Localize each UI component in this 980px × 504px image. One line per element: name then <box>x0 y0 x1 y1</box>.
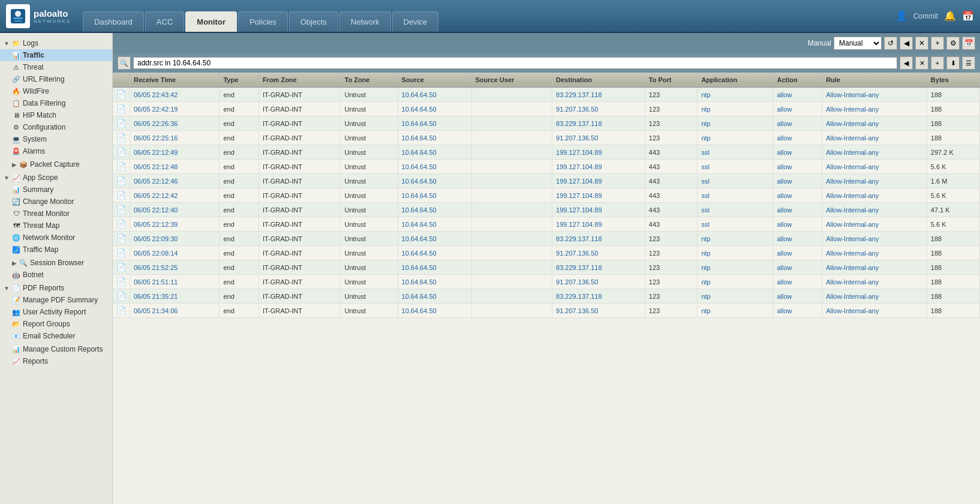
sidebar-item-alarms[interactable]: 🚨 Alarms <box>0 145 112 157</box>
filter-add-btn[interactable]: + <box>931 37 944 50</box>
table-row[interactable]: 📄 06/05 22:12:39 end IT-GRAD-INT Untrust… <box>113 217 980 232</box>
cell-rule[interactable]: Allow-Internal-any <box>822 160 927 174</box>
cell-destination[interactable]: 83.229.137.118 <box>552 260 645 275</box>
table-row[interactable]: 📄 06/05 21:51:11 end IT-GRAD-INT Untrust… <box>113 275 980 289</box>
row-detail-icon[interactable]: 📄 <box>113 188 130 203</box>
cell-rule[interactable]: Allow-Internal-any <box>822 304 927 318</box>
table-row[interactable]: 📄 06/05 22:25:16 end IT-GRAD-INT Untrust… <box>113 131 980 145</box>
cell-source[interactable]: 10.64.64.50 <box>398 289 471 304</box>
sidebar-group-appscope[interactable]: ▼ 📈 App Scope <box>0 172 112 184</box>
row-detail-icon[interactable]: 📄 <box>113 203 130 217</box>
filter-mode-select[interactable]: Manual Auto <box>834 37 882 50</box>
cell-application[interactable]: ssl <box>698 174 773 188</box>
row-detail-icon[interactable]: 📄 <box>113 275 130 289</box>
cell-destination[interactable]: 199.127.104.89 <box>552 217 645 232</box>
row-detail-icon[interactable]: 📄 <box>113 304 130 318</box>
cell-source[interactable]: 10.64.64.50 <box>398 304 471 318</box>
filter-settings-btn[interactable]: ⚙ <box>946 37 960 50</box>
cell-receive-time[interactable]: 06/05 22:12:42 <box>130 188 220 203</box>
cell-rule[interactable]: Allow-Internal-any <box>822 174 927 188</box>
cell-source[interactable]: 10.64.64.50 <box>398 232 471 246</box>
cell-source[interactable]: 10.64.64.50 <box>398 260 471 275</box>
sidebar-item-configuration[interactable]: ⚙ Configuration <box>0 121 112 133</box>
filter-calendar-btn[interactable]: 📅 <box>962 37 975 50</box>
cell-rule[interactable]: Allow-Internal-any <box>822 232 927 246</box>
cell-destination[interactable]: 83.229.137.118 <box>552 289 645 304</box>
col-to-zone[interactable]: To Zone <box>341 73 398 87</box>
table-row[interactable]: 📄 06/05 22:42:19 end IT-GRAD-INT Untrust… <box>113 102 980 116</box>
cell-receive-time[interactable]: 06/05 22:08:14 <box>130 246 220 260</box>
search-go-left-btn[interactable]: ◀ <box>900 56 913 70</box>
cell-destination[interactable]: 91.207.136.50 <box>552 304 645 318</box>
cell-receive-time[interactable]: 06/05 22:12:46 <box>130 174 220 188</box>
tab-network[interactable]: Network <box>339 11 391 32</box>
cell-receive-time[interactable]: 06/05 22:42:19 <box>130 102 220 116</box>
cell-receive-time[interactable]: 06/05 21:52:25 <box>130 260 220 275</box>
table-row[interactable]: 📄 06/05 22:12:49 end IT-GRAD-INT Untrust… <box>113 145 980 160</box>
sidebar-item-reports[interactable]: 📈 Reports <box>0 355 112 367</box>
table-row[interactable]: 📄 06/05 22:43:42 end IT-GRAD-INT Untrust… <box>113 87 980 102</box>
search-export-btn[interactable]: ⬇ <box>946 56 960 70</box>
cell-destination[interactable]: 199.127.104.89 <box>552 160 645 174</box>
sidebar-item-threat-map[interactable]: 🗺 Threat Map <box>0 220 112 232</box>
cell-application[interactable]: ntp <box>698 131 773 145</box>
cell-destination[interactable]: 91.207.136.50 <box>552 131 645 145</box>
cell-destination[interactable]: 83.229.137.118 <box>552 232 645 246</box>
row-detail-icon[interactable]: 📄 <box>113 174 130 188</box>
cell-rule[interactable]: Allow-Internal-any <box>822 217 927 232</box>
sidebar-item-wildfire[interactable]: 🔥 WildFire <box>0 85 112 97</box>
sidebar-item-network-monitor[interactable]: 🌐 Network Monitor <box>0 232 112 244</box>
cell-receive-time[interactable]: 06/05 21:34:06 <box>130 304 220 318</box>
table-row[interactable]: 📄 06/05 22:09:30 end IT-GRAD-INT Untrust… <box>113 232 980 246</box>
cell-rule[interactable]: Allow-Internal-any <box>822 145 927 160</box>
sidebar-item-session-browser[interactable]: ▶ 🔍 Session Browser <box>0 257 112 269</box>
cell-rule[interactable]: Allow-Internal-any <box>822 289 927 304</box>
cell-source[interactable]: 10.64.64.50 <box>398 275 471 289</box>
col-type[interactable]: Type <box>220 73 258 87</box>
cell-rule[interactable]: Allow-Internal-any <box>822 188 927 203</box>
cell-destination[interactable]: 83.229.137.118 <box>552 87 645 102</box>
filter-close-btn[interactable]: ✕ <box>915 37 928 50</box>
sidebar-item-traffic-map[interactable]: 🗾 Traffic Map <box>0 244 112 256</box>
cell-application[interactable]: ntp <box>698 232 773 246</box>
sidebar-item-manage-pdf[interactable]: 📝 Manage PDF Summary <box>0 294 112 306</box>
cell-rule[interactable]: Allow-Internal-any <box>822 131 927 145</box>
tab-policies[interactable]: Policies <box>238 11 288 32</box>
sidebar-item-data-filtering[interactable]: 📋 Data Filtering <box>0 97 112 109</box>
sidebar-item-system[interactable]: 💻 System <box>0 133 112 145</box>
cell-rule[interactable]: Allow-Internal-any <box>822 260 927 275</box>
row-detail-icon[interactable]: 📄 <box>113 131 130 145</box>
sidebar-item-packet-capture[interactable]: ▶ 📦 Packet Capture <box>0 158 112 170</box>
cell-receive-time[interactable]: 06/05 21:51:11 <box>130 275 220 289</box>
cell-source[interactable]: 10.64.64.50 <box>398 131 471 145</box>
filter-arrow-left-btn[interactable]: ◀ <box>900 37 913 50</box>
search-col-settings-btn[interactable]: ☰ <box>962 56 975 70</box>
cell-application[interactable]: ntp <box>698 275 773 289</box>
col-receive-time[interactable]: Receive Time <box>130 73 220 87</box>
sidebar-group-logs[interactable]: ▼ 📁 Logs <box>0 37 112 49</box>
row-detail-icon[interactable]: 📄 <box>113 246 130 260</box>
cell-application[interactable]: ntp <box>698 102 773 116</box>
sidebar-item-change-monitor[interactable]: 🔄 Change Monitor <box>0 196 112 208</box>
cell-rule[interactable]: Allow-Internal-any <box>822 116 927 131</box>
search-add-filter-btn[interactable]: + <box>931 56 944 70</box>
tab-monitor[interactable]: Monitor <box>185 11 237 32</box>
row-detail-icon[interactable]: 📄 <box>113 145 130 160</box>
row-detail-icon[interactable]: 📄 <box>113 116 130 131</box>
cell-receive-time[interactable]: 06/05 22:12:49 <box>130 145 220 160</box>
row-detail-icon[interactable]: 📄 <box>113 260 130 275</box>
search-filter-icon-btn[interactable]: 🔍 <box>118 56 131 70</box>
cell-receive-time[interactable]: 06/05 22:43:42 <box>130 87 220 102</box>
cell-destination[interactable]: 91.207.136.50 <box>552 275 645 289</box>
cell-rule[interactable]: Allow-Internal-any <box>822 275 927 289</box>
col-bytes[interactable]: Bytes <box>927 73 979 87</box>
row-detail-icon[interactable]: 📄 <box>113 102 130 116</box>
cell-source[interactable]: 10.64.64.50 <box>398 116 471 131</box>
cell-rule[interactable]: Allow-Internal-any <box>822 102 927 116</box>
col-rule[interactable]: Rule <box>822 73 927 87</box>
sidebar-item-botnet[interactable]: 🤖 Botnet <box>0 269 112 281</box>
cell-application[interactable]: ssl <box>698 145 773 160</box>
table-row[interactable]: 📄 06/05 21:52:25 end IT-GRAD-INT Untrust… <box>113 260 980 275</box>
cell-application[interactable]: ntp <box>698 87 773 102</box>
cell-destination[interactable]: 199.127.104.89 <box>552 174 645 188</box>
